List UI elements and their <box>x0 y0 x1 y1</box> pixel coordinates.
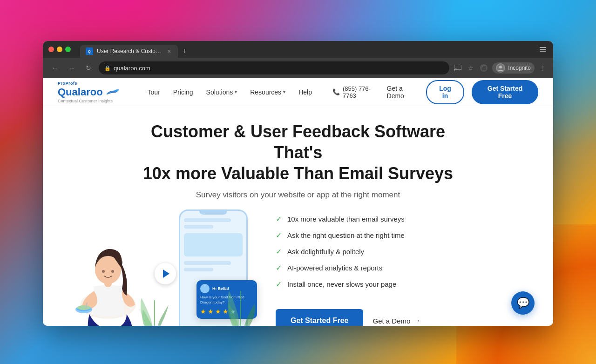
close-button[interactable] <box>48 47 54 52</box>
svg-point-17 <box>102 270 105 273</box>
demo-arrow-icon: → <box>413 317 420 325</box>
traffic-lights <box>48 47 71 52</box>
nav-get-demo[interactable]: Get a Demo <box>387 85 419 100</box>
logo-brand-text: Qualaroo <box>58 86 103 98</box>
svg-rect-4 <box>540 51 546 52</box>
address-bar: ← → ↻ 🔒 qualaroo.com ☆ ⬛ Incognito ⋮ <box>43 58 553 78</box>
browser-window: Q User Research & Customer Fe... ✕ + ← →… <box>43 41 553 326</box>
nav-help[interactable]: Help <box>293 86 318 99</box>
get-demo-hero-button[interactable]: Get a Demo → <box>372 317 420 325</box>
hero-body: Hi Bella! How is your food from Red Drag… <box>61 207 535 326</box>
logo[interactable]: ProProfs Qualaroo Contextual Customer In… <box>58 81 120 103</box>
feature-item-2: ✓ Ask the right question at the right ti… <box>276 231 535 240</box>
hero-subtitle: Survey visitors on your website or app a… <box>196 190 400 200</box>
logo-proprofs: ProProfs <box>58 81 120 86</box>
check-icon-3: ✓ <box>276 247 282 256</box>
new-tab-button[interactable]: + <box>178 45 191 58</box>
nav-pricing[interactable]: Pricing <box>168 86 199 99</box>
nav-tour[interactable]: Tour <box>142 86 166 99</box>
tab-title: User Research & Customer Fe... <box>97 48 162 54</box>
check-icon-1: ✓ <box>276 215 282 223</box>
feature-text-5: Install once, never slows your page <box>287 280 396 288</box>
chrome-more-icon[interactable]: ⋮ <box>538 63 548 73</box>
phone-number: (855) 776-7763 <box>343 85 379 99</box>
phone-notch <box>199 211 227 215</box>
forward-button[interactable]: → <box>65 61 78 74</box>
browser-tab[interactable]: Q User Research & Customer Fe... ✕ <box>80 45 178 58</box>
feature-item-5: ✓ Install once, never slows your page <box>276 280 535 289</box>
phone-content-line <box>184 218 231 222</box>
hero-title: Customer & User Feedback Software That's… <box>140 121 456 184</box>
reload-button[interactable]: ↻ <box>82 61 95 74</box>
phone-icon: 📞 <box>332 88 340 95</box>
feature-item-1: ✓ 10x more valuable than email surveys <box>276 215 535 223</box>
nav-links: Tour Pricing Solutions ▾ Resources ▾ Hel… <box>142 86 318 99</box>
svg-point-10 <box>499 66 502 68</box>
get-started-nav-button[interactable]: Get Started Free <box>472 80 538 104</box>
svg-point-6 <box>454 70 455 72</box>
nav-resources[interactable]: Resources ▾ <box>244 86 291 99</box>
phone-content-line-short2 <box>184 268 213 271</box>
feature-text-1: 10x more valuable than email surveys <box>287 215 405 223</box>
features-list: ✓ 10x more valuable than email surveys ✓… <box>276 207 535 326</box>
url-text: qualaroo.com <box>114 65 150 72</box>
svg-point-13 <box>77 305 90 310</box>
maximize-button[interactable] <box>65 47 71 52</box>
hero-section: Customer & User Feedback Software That's… <box>43 106 553 326</box>
check-icon-4: ✓ <box>276 263 282 272</box>
survey-avatar <box>200 284 210 293</box>
svg-point-18 <box>111 270 114 273</box>
plant-left-illustration <box>141 254 169 326</box>
profile-icon[interactable]: ⬛ <box>479 63 488 73</box>
check-icon-2: ✓ <box>276 231 282 240</box>
chat-icon: 💬 <box>517 297 529 309</box>
minimize-button[interactable] <box>57 47 62 52</box>
phone-area: Hi Bella! How is your food from Red Drag… <box>61 207 257 326</box>
cast-icon[interactable] <box>453 63 462 73</box>
phone-content-line2 <box>184 261 231 265</box>
site-nav: ProProfs Qualaroo Contextual Customer In… <box>43 78 553 106</box>
demo-label: Get a Demo <box>372 317 410 325</box>
nav-right: 📞 (855) 776-7763 Get a Demo Log in Get S… <box>332 80 538 104</box>
feature-text-2: Ask the right question at the right time <box>287 231 405 239</box>
nav-solutions[interactable]: Solutions ▾ <box>201 86 243 99</box>
get-started-hero-button[interactable]: Get Started Free <box>276 309 363 326</box>
solutions-chevron: ▾ <box>235 89 237 94</box>
star-1: ★ <box>200 308 206 315</box>
incognito-badge: Incognito <box>492 62 535 74</box>
star-2: ★ <box>208 308 214 315</box>
star-icon[interactable]: ☆ <box>466 63 475 73</box>
lock-icon: 🔒 <box>104 65 111 71</box>
feature-item-4: ✓ AI-powered analytics & reports <box>276 263 535 272</box>
login-button[interactable]: Log in <box>426 80 464 104</box>
feature-text-4: AI-powered analytics & reports <box>287 264 382 272</box>
incognito-label: Incognito <box>508 65 531 71</box>
check-icon-5: ✓ <box>276 280 282 289</box>
addressbar-right: ☆ ⬛ Incognito ⋮ <box>453 62 548 74</box>
svg-rect-3 <box>540 49 546 50</box>
incognito-avatar <box>496 63 505 73</box>
resources-chevron: ▾ <box>283 89 285 94</box>
cta-buttons: Get Started Free Get a Demo → <box>276 309 535 326</box>
tab-bar: Q User Research & Customer Fe... ✕ + <box>80 41 191 58</box>
logo-tagline: Contextual Customer Insights <box>58 99 120 103</box>
chat-bubble[interactable]: 💬 <box>511 291 535 315</box>
tab-favicon: Q <box>86 47 93 55</box>
phone-content-line-short <box>184 225 213 229</box>
svg-rect-2 <box>540 47 546 48</box>
logo-qualaroo: Qualaroo <box>58 86 120 98</box>
url-bar[interactable]: 🔒 qualaroo.com <box>99 61 449 74</box>
phone-content-card <box>184 233 243 256</box>
feature-text-3: Ask delightfully & politely <box>287 248 364 256</box>
nav-phone: 📞 (855) 776-7763 <box>332 85 379 99</box>
site-content: ProProfs Qualaroo Contextual Customer In… <box>43 78 553 326</box>
logo-bird-icon <box>105 88 120 96</box>
chrome-menu-icon[interactable] <box>540 46 546 53</box>
svg-text:⬛: ⬛ <box>481 66 487 71</box>
tab-close-button[interactable]: ✕ <box>166 48 172 54</box>
plant-right-illustration <box>224 254 257 326</box>
svg-text:Q: Q <box>88 50 91 54</box>
back-button[interactable]: ← <box>48 61 61 74</box>
feature-item-3: ✓ Ask delightfully & politely <box>276 247 535 256</box>
browser-titlebar: Q User Research & Customer Fe... ✕ + <box>43 41 553 58</box>
